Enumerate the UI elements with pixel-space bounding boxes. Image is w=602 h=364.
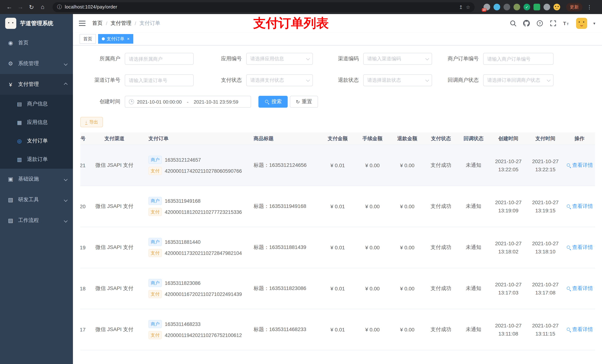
table-row: 17 微信 JSAPI 支付 商户1635311468233 支付4200001… (80, 309, 595, 350)
sidebar-item-dev-tools[interactable]: ▧ 研发工具 (0, 189, 73, 210)
reset-button[interactable]: ↻ 重置 (290, 96, 318, 108)
tab-pay-order[interactable]: 支付订单 × (98, 34, 133, 44)
sidebar-item-merchant-info[interactable]: ▤ 商户信息 (0, 95, 73, 113)
extension-icon[interactable]: ✓ (524, 4, 530, 10)
cell-id: 20 (80, 203, 91, 209)
font-size-icon[interactable]: TT (563, 20, 570, 27)
logo-avatar (5, 18, 16, 29)
cell-amount: ¥ 0.01 (320, 327, 355, 333)
extensions-row: 10 ✓ (484, 4, 560, 10)
pay-status-select[interactable]: 请选择支付状态 (246, 74, 313, 86)
sidebar-item-workflow[interactable]: ▨ 工作流程 (0, 210, 73, 231)
cell-channel: 微信 JSAPI 支付 (91, 285, 138, 292)
cell-notify: 未通知 (457, 326, 490, 333)
forward-icon[interactable]: → (16, 2, 25, 12)
channel-order-no-input[interactable] (125, 74, 194, 86)
breadcrumb-home[interactable]: 首页 (92, 20, 103, 27)
sidebar-item-payment[interactable]: ¥ 支付管理 (0, 74, 73, 95)
magnifier-icon (566, 204, 571, 208)
sidebar-item-refund-order[interactable]: ▥ 退款订单 (0, 150, 73, 169)
puzzle-extension-icon[interactable] (544, 4, 550, 10)
github-icon[interactable] (523, 20, 530, 27)
tab-label: 首页 (83, 36, 92, 42)
url-bar[interactable]: ⓘ localhost:1024/pay/order ↥ ☆ (53, 2, 475, 12)
merchant-input[interactable] (125, 53, 194, 65)
filter-merchant-order-no: 商户订单编号 (442, 53, 553, 65)
cell-refund: ¥ 0.00 (390, 286, 425, 291)
sidebar-item-home[interactable]: ◉ 首页 (0, 32, 73, 53)
bookmark-star-icon[interactable]: ☆ (466, 4, 470, 10)
extension-icon[interactable] (494, 4, 500, 10)
sidebar-item-app-info[interactable]: ▦ 应用信息 (0, 113, 73, 132)
check-icon: ✓ (525, 5, 528, 9)
main-area: 首页 / 支付管理 / 支付订单 支付订单列表 ? (73, 14, 602, 364)
browser-update-button[interactable]: 更新 (566, 3, 582, 11)
filter-app: 应用编号 请选择应用信息 (205, 53, 313, 65)
view-detail-link[interactable]: 查看详情 (566, 162, 593, 168)
user-avatar[interactable] (576, 18, 587, 29)
date-separator: - (187, 99, 188, 104)
back-icon[interactable]: ← (4, 2, 14, 12)
cell-status: 支付成功 (425, 162, 457, 169)
chevron-down-icon (64, 198, 68, 202)
app-logo: 芋道管理系统 (0, 14, 73, 32)
search-icon[interactable] (510, 20, 517, 27)
share-icon[interactable]: ↥ (459, 4, 463, 10)
home-icon[interactable]: ⌂ (38, 2, 47, 12)
reload-icon[interactable]: ↻ (27, 2, 36, 12)
app-select[interactable]: 请选择应用信息 (246, 53, 313, 65)
cell-action: 查看详情 (564, 162, 595, 169)
order-icon: ◎ (16, 138, 22, 144)
cell-title: 标题：1635311823086 (249, 285, 320, 292)
col-header-action: 操作 (564, 135, 595, 142)
extension-icon[interactable] (534, 4, 540, 10)
view-detail-link[interactable]: 查看详情 (566, 203, 593, 209)
profile-avatar-icon[interactable] (553, 4, 560, 10)
fullscreen-icon[interactable] (550, 20, 557, 27)
extension-icon[interactable] (514, 4, 520, 10)
pay-tag: 支付 (149, 331, 162, 339)
download-icon: ↓ (85, 119, 87, 125)
breadcrumb-payment[interactable]: 支付管理 (111, 20, 131, 27)
tab-home[interactable]: 首页 (80, 34, 96, 44)
cell-refund: ¥ 0.00 (390, 327, 425, 333)
sidebar-item-system[interactable]: ⚙ 系统管理 (0, 53, 73, 74)
select-placeholder: 请选择应用信息 (250, 55, 304, 62)
sidebar-item-infrastructure[interactable]: ▣ 基础设施 (0, 169, 73, 189)
close-icon[interactable]: × (127, 36, 129, 42)
briefcase-icon: ▨ (7, 217, 14, 224)
sidebar-item-pay-order[interactable]: ◎ 支付订单 (0, 132, 73, 150)
date-range-input[interactable]: 2021-10-01 00:00:00 - 2021-10-31 23:59:5… (125, 96, 251, 108)
search-button[interactable]: 搜索 (258, 96, 288, 108)
search-button-label: 搜索 (271, 98, 282, 105)
cell-notify: 未通知 (457, 162, 490, 169)
refund-status-select[interactable]: 请选择退款状态 (363, 74, 432, 86)
help-icon[interactable]: ? (536, 20, 544, 27)
pay-order-no: 4200001194202110276752100612 (165, 332, 242, 338)
view-detail-link[interactable]: 查看详情 (566, 244, 593, 251)
cell-title: 标题：1635311881439 (249, 244, 320, 251)
extension-icon[interactable]: 10 (484, 4, 490, 10)
channel-code-select[interactable]: 请输入渠道编码 (363, 53, 432, 65)
chevron-down-icon (547, 78, 550, 82)
cell-action: 查看详情 (564, 244, 595, 251)
callback-status-select[interactable]: 请选择订单回调商户状态 (483, 74, 553, 86)
select-placeholder: 请选择支付状态 (250, 77, 304, 83)
view-detail-link[interactable]: 查看详情 (566, 285, 593, 292)
col-header-title: 商品标题 (249, 135, 320, 142)
search-icon (265, 100, 269, 104)
merchant-order-no-input[interactable] (483, 53, 553, 65)
export-button[interactable]: ↓ 导出 (80, 117, 103, 127)
merchant-tag: 商户 (149, 279, 162, 287)
chevron-down-icon (306, 78, 310, 82)
browser-menu-icon[interactable]: ⋮ (587, 4, 592, 10)
sidebar-item-label: 首页 (18, 40, 67, 46)
hamburger-icon[interactable] (79, 21, 86, 26)
view-detail-link[interactable]: 查看详情 (566, 326, 593, 333)
caret-down-icon[interactable]: ▾ (593, 21, 595, 26)
cell-order: 商户1635311881440 支付4200001173202110272847… (138, 235, 249, 260)
site-info-icon[interactable]: ⓘ (57, 4, 62, 10)
extension-icon[interactable] (504, 4, 510, 10)
pay-order-no: 4200001174202110278060590766 (165, 168, 242, 174)
magnifier-icon (566, 163, 571, 167)
